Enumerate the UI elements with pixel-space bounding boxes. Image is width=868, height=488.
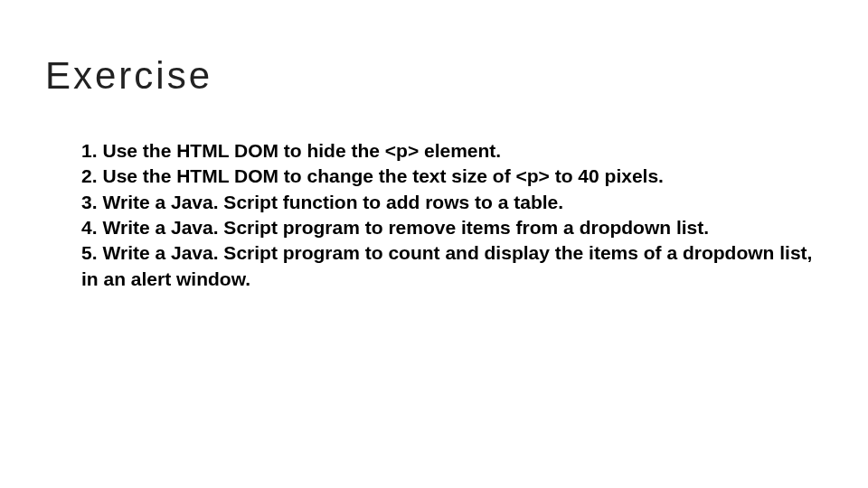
list-text: Use the HTML DOM to change the text size… — [98, 164, 664, 189]
slide-container: Exercise 1. Use the HTML DOM to hide the… — [0, 0, 868, 292]
list-number: 5. — [81, 240, 98, 266]
page-title: Exercise — [45, 54, 823, 98]
list-text: Write a Java. Script program to count an… — [98, 240, 813, 266]
list-item: 3. Write a Java. Script function to add … — [81, 190, 823, 215]
list-item: 5. Write a Java. Script program to count… — [81, 240, 823, 266]
list-item: 1. Use the HTML DOM to hide the <p> elem… — [81, 138, 823, 164]
list-number: 1. — [81, 138, 98, 164]
list-number: 3. — [81, 190, 98, 215]
list-text: Write a Java. Script program to remove i… — [98, 215, 710, 240]
list-continuation: in an alert window. — [81, 267, 823, 292]
list-item: 2. Use the HTML DOM to change the text s… — [81, 164, 823, 189]
list-item: 4. Write a Java. Script program to remov… — [81, 215, 823, 240]
list-number: 2. — [81, 164, 98, 189]
list-text: Use the HTML DOM to hide the <p> element… — [98, 138, 502, 164]
list-text: Write a Java. Script function to add row… — [98, 190, 564, 215]
list-number: 4. — [81, 215, 98, 240]
exercise-list: 1. Use the HTML DOM to hide the <p> elem… — [45, 138, 823, 292]
